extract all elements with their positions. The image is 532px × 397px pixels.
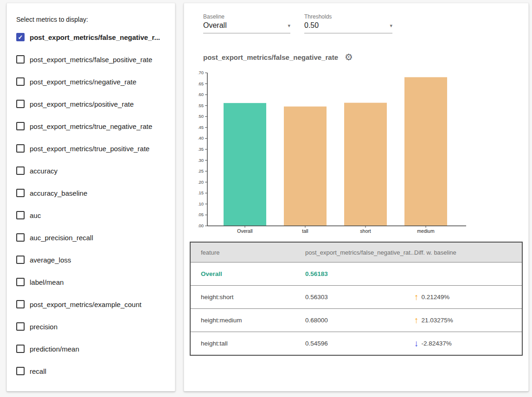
metric-label: post_export_metrics/true_positive_rate bbox=[30, 145, 149, 153]
checkbox-unchecked-icon[interactable] bbox=[16, 144, 25, 153]
y-axis-tick-label: 0.65 bbox=[198, 81, 204, 86]
metric-checkbox-item[interactable]: post_export_metrics/positive_rate bbox=[7, 93, 175, 115]
metric-label: accuracy_baseline bbox=[30, 189, 87, 197]
thresholds-select-value: 0.50 bbox=[304, 21, 319, 30]
metric-label: precision bbox=[30, 323, 58, 331]
bar-tall[interactable] bbox=[284, 107, 327, 226]
checkbox-unchecked-icon[interactable] bbox=[16, 233, 25, 242]
diff-cell: ↑0.21249% bbox=[404, 293, 522, 301]
checkbox-unchecked-icon[interactable] bbox=[16, 211, 25, 219]
y-axis-tick-label: 0.35 bbox=[198, 147, 204, 152]
metric-value-cell: 0.54596 bbox=[295, 340, 404, 347]
baseline-select-label: Baseline bbox=[203, 13, 290, 20]
metric-checkbox-item[interactable]: precision bbox=[7, 315, 175, 338]
y-axis-tick-label: 0.70 bbox=[198, 70, 204, 75]
arrow-down-icon: ↓ bbox=[414, 339, 419, 348]
table-header-cell: feature bbox=[191, 249, 295, 256]
diff-cell: ↑21.03275% bbox=[404, 316, 522, 325]
y-axis-tick-label: 0.45 bbox=[198, 125, 204, 130]
checkbox-checked-icon[interactable]: ✓ bbox=[16, 33, 25, 41]
thresholds-select-label: Thresholds bbox=[304, 13, 392, 20]
y-axis-tick-label: 0.25 bbox=[198, 168, 204, 173]
metric-label: post_export_metrics/example_count bbox=[30, 301, 141, 308]
x-axis-category-label: tall bbox=[302, 228, 308, 234]
metric-label: accuracy bbox=[30, 167, 58, 175]
metric-checkbox-item[interactable]: auc_precision_recall bbox=[7, 226, 175, 249]
checkbox-unchecked-icon[interactable] bbox=[16, 367, 25, 375]
y-axis-tick-label: 0.10 bbox=[198, 201, 204, 206]
x-axis-category-label: short bbox=[360, 228, 371, 234]
metric-list: ✓post_export_metrics/false_negative_r...… bbox=[7, 26, 175, 382]
baseline-select-row[interactable]: Overall ▾ bbox=[203, 21, 290, 33]
metric-label: auc_precision_recall bbox=[30, 234, 93, 242]
chart-title: post_export_metrics/false_negative_rate bbox=[203, 53, 338, 61]
metric-value-cell: 0.68000 bbox=[295, 317, 404, 324]
y-axis-tick-label: 0.30 bbox=[198, 158, 204, 163]
y-axis-tick-label: 0.50 bbox=[198, 114, 204, 119]
bar-chart[interactable]: 0.000.050.100.150.200.250.300.350.400.45… bbox=[198, 69, 481, 236]
fairness-indicators-page: Select metrics to display: ✓post_export_… bbox=[0, 0, 532, 397]
diff-cell: ↓-2.82437% bbox=[404, 339, 522, 348]
bar-Overall[interactable] bbox=[224, 103, 266, 226]
metric-checkbox-item[interactable]: ✓post_export_metrics/false_negative_r... bbox=[7, 26, 175, 48]
y-axis-tick-label: 0.40 bbox=[198, 135, 204, 141]
checkbox-unchecked-icon[interactable] bbox=[16, 55, 25, 64]
metric-label: prediction/mean bbox=[30, 345, 79, 353]
main-panel: Baseline Overall ▾ Thresholds 0.50 ▾ pos… bbox=[184, 3, 529, 391]
checkbox-unchecked-icon[interactable] bbox=[16, 256, 25, 264]
metric-checkbox-item[interactable]: accuracy_baseline bbox=[7, 182, 175, 204]
chevron-down-icon[interactable]: ▾ bbox=[390, 23, 392, 29]
checkbox-unchecked-icon[interactable] bbox=[16, 189, 25, 197]
thresholds-select[interactable]: Thresholds 0.50 ▾ bbox=[304, 13, 392, 33]
metric-checkbox-item[interactable]: prediction/mean bbox=[7, 338, 175, 360]
metric-checkbox-item[interactable]: recall bbox=[7, 360, 175, 382]
metric-checkbox-item[interactable]: average_loss bbox=[7, 249, 175, 271]
y-axis-tick-label: 0.05 bbox=[198, 212, 204, 217]
metric-checkbox-item[interactable]: auc bbox=[7, 204, 175, 226]
chevron-down-icon[interactable]: ▾ bbox=[288, 23, 290, 29]
metric-checkbox-item[interactable]: post_export_metrics/true_positive_rate bbox=[7, 137, 175, 160]
metrics-sidebar: Select metrics to display: ✓post_export_… bbox=[6, 3, 175, 391]
metrics-table: featurepost_export_metrics/false_negativ… bbox=[190, 242, 523, 356]
table-row: height:short0.56303↑0.21249% bbox=[191, 285, 522, 308]
table-header-row: featurepost_export_metrics/false_negativ… bbox=[191, 243, 522, 262]
checkbox-unchecked-icon[interactable] bbox=[16, 278, 25, 286]
metric-checkbox-item[interactable]: label/mean bbox=[7, 271, 175, 293]
checkbox-unchecked-icon[interactable] bbox=[16, 166, 25, 175]
checkbox-unchecked-icon[interactable] bbox=[16, 345, 25, 353]
metric-label: post_export_metrics/negative_rate bbox=[30, 78, 136, 86]
checkbox-unchecked-icon[interactable] bbox=[16, 77, 25, 86]
metric-checkbox-item[interactable]: post_export_metrics/example_count bbox=[7, 293, 175, 315]
diff-value: -2.82437% bbox=[422, 340, 452, 347]
checkbox-unchecked-icon[interactable] bbox=[16, 322, 25, 331]
arrow-up-icon: ↑ bbox=[414, 293, 419, 301]
baseline-select-value: Overall bbox=[203, 21, 227, 30]
metric-checkbox-item[interactable]: post_export_metrics/false_positive_rate bbox=[7, 48, 175, 70]
metric-checkbox-item[interactable]: post_export_metrics/true_negative_rate bbox=[7, 115, 175, 137]
thresholds-select-row[interactable]: 0.50 ▾ bbox=[304, 21, 392, 33]
y-axis-tick-label: 0.15 bbox=[198, 190, 204, 195]
y-axis-tick-label: 0.60 bbox=[198, 92, 204, 97]
feature-cell: height:medium bbox=[191, 317, 295, 324]
metric-label: label/mean bbox=[30, 278, 64, 286]
metric-label: post_export_metrics/false_positive_rate bbox=[30, 56, 152, 64]
checkbox-unchecked-icon[interactable] bbox=[16, 300, 25, 308]
table-row: height:tall0.54596↓-2.82437% bbox=[191, 332, 522, 355]
metric-label: post_export_metrics/positive_rate bbox=[30, 100, 134, 108]
metric-label: recall bbox=[30, 367, 46, 375]
x-axis-category-label: medium bbox=[417, 228, 435, 234]
bar-short[interactable] bbox=[344, 103, 387, 226]
y-axis-tick-label: 0.00 bbox=[198, 223, 204, 228]
metric-value-cell: 0.56183 bbox=[295, 270, 404, 277]
bar-medium[interactable] bbox=[404, 77, 447, 226]
feature-cell: height:short bbox=[191, 294, 295, 301]
checkbox-unchecked-icon[interactable] bbox=[16, 100, 25, 108]
y-axis-tick-label: 0.20 bbox=[198, 179, 204, 185]
baseline-select[interactable]: Baseline Overall ▾ bbox=[203, 13, 290, 33]
settings-gear-icon[interactable]: ⚙ bbox=[345, 52, 353, 62]
metric-checkbox-item[interactable]: post_export_metrics/negative_rate bbox=[7, 70, 175, 93]
metric-checkbox-item[interactable]: accuracy bbox=[7, 160, 175, 182]
metric-label: post_export_metrics/false_negative_r... bbox=[30, 33, 160, 41]
checkbox-unchecked-icon[interactable] bbox=[16, 122, 25, 130]
diff-value: 0.21249% bbox=[422, 294, 450, 301]
